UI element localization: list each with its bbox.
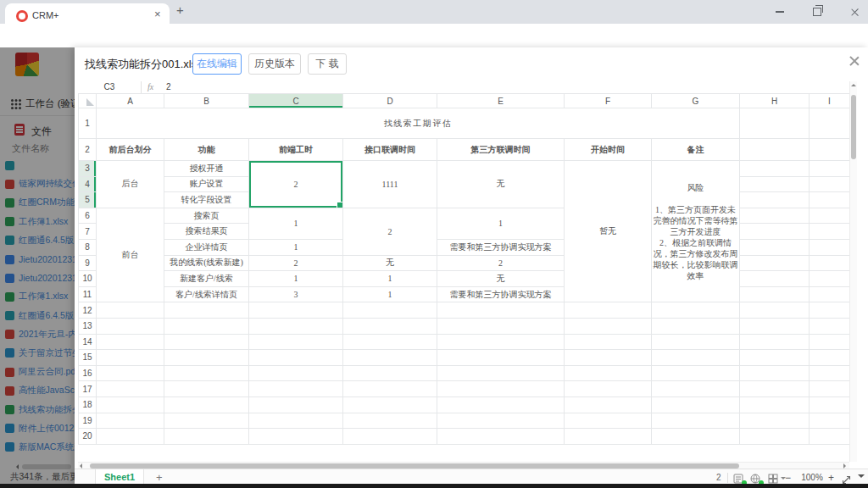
empty-cell[interactable] [740, 365, 810, 381]
cell-e3[interactable]: 无 [437, 161, 565, 208]
col-header-i[interactable]: I [810, 94, 850, 108]
empty-cell[interactable] [740, 271, 810, 287]
row-header-7[interactable]: 7 [79, 224, 97, 240]
empty-cell[interactable] [740, 396, 810, 413]
empty-cell[interactable] [343, 350, 437, 366]
row-header-20[interactable]: 20 [79, 429, 97, 445]
empty-cell[interactable] [740, 350, 810, 366]
empty-cell[interactable] [343, 318, 437, 334]
empty-cell[interactable] [565, 302, 652, 319]
empty-cell[interactable] [565, 381, 652, 397]
row-header-17[interactable]: 17 [79, 381, 97, 397]
empty-cell[interactable] [652, 381, 740, 397]
header-cell-a2[interactable]: 前后台划分 [97, 139, 164, 161]
empty-cell[interactable] [810, 396, 850, 413]
empty-cell[interactable] [97, 365, 164, 381]
cell-b4[interactable]: 账户设置 [164, 176, 249, 192]
cell-b11[interactable]: 客户/线索详情页 [164, 286, 249, 302]
empty-cell[interactable] [97, 350, 164, 366]
sheet-title-cell[interactable]: 找线索工期评估 [97, 108, 740, 139]
cell-b10[interactable]: 新建客户/线索 [164, 271, 249, 287]
cell-d6[interactable]: 2 [343, 208, 437, 255]
row-header-13[interactable]: 13 [79, 318, 97, 334]
window-minimize-button[interactable] [763, 0, 797, 24]
row-header-15[interactable]: 15 [79, 350, 97, 366]
row-header-9[interactable]: 9 [79, 255, 97, 271]
empty-cell[interactable] [97, 396, 164, 413]
cell-g3-risk-note[interactable]: 风险 1、第三方页面开发未完善的情况下需等待第三方开发进度 2、根据之前联调情况… [652, 161, 740, 302]
cell-e9[interactable]: 2 [437, 255, 565, 271]
cell-e8[interactable]: 需要和第三方协调实现方案 [437, 239, 565, 255]
empty-cell[interactable] [810, 286, 850, 302]
empty-cell[interactable] [437, 334, 565, 350]
vertical-scrollbar[interactable] [849, 81, 857, 462]
tab-close-icon[interactable]: × [154, 8, 161, 20]
empty-cell[interactable] [740, 139, 810, 161]
view-layout-icon[interactable] [768, 472, 780, 484]
online-edit-button[interactable]: 在线编辑 [192, 53, 242, 75]
empty-cell[interactable] [565, 396, 652, 413]
cell-c3-selected[interactable]: 2 [249, 161, 343, 208]
empty-cell[interactable] [164, 365, 249, 381]
empty-cell[interactable] [437, 429, 565, 445]
empty-cell[interactable] [249, 396, 343, 413]
empty-cell[interactable] [164, 350, 249, 366]
network-status-icon[interactable] [750, 472, 762, 484]
empty-cell[interactable] [740, 255, 810, 271]
add-sheet-button[interactable]: + [156, 471, 163, 484]
empty-cell[interactable] [740, 381, 810, 397]
empty-cell[interactable] [652, 334, 740, 350]
scroll-up-icon[interactable] [851, 84, 856, 86]
header-cell-e2[interactable]: 第三方联调时间 [437, 139, 565, 161]
empty-cell[interactable] [164, 302, 249, 319]
empty-cell[interactable] [565, 334, 652, 350]
header-cell-c2[interactable]: 前端工时 [249, 139, 343, 161]
row-header-3[interactable]: 3 [79, 161, 97, 177]
empty-cell[interactable] [565, 318, 652, 334]
cell-c10[interactable]: 1 [249, 271, 343, 287]
empty-cell[interactable] [810, 271, 850, 287]
empty-cell[interactable] [164, 318, 249, 334]
row-header-12[interactable]: 12 [79, 302, 97, 319]
empty-cell[interactable] [740, 318, 810, 334]
zoom-level[interactable]: 100% [797, 473, 827, 482]
cell-b9[interactable]: 我的线索(线索新建) [164, 255, 249, 271]
empty-cell[interactable] [565, 413, 652, 429]
empty-cell[interactable] [164, 334, 249, 350]
cell-name-box[interactable]: C3 [78, 81, 142, 93]
select-all-corner[interactable] [79, 94, 97, 108]
window-restore-button[interactable] [800, 0, 834, 24]
empty-cell[interactable] [810, 208, 850, 224]
empty-cell[interactable] [740, 239, 810, 255]
new-tab-button[interactable]: + [176, 3, 184, 17]
col-header-c[interactable]: C [249, 94, 343, 108]
empty-cell[interactable] [164, 413, 249, 429]
empty-cell[interactable] [437, 381, 565, 397]
empty-cell[interactable] [740, 208, 810, 224]
formula-input[interactable]: 2 [166, 81, 171, 92]
empty-cell[interactable] [343, 334, 437, 350]
browser-tab[interactable]: CRM+ × [5, 3, 170, 24]
empty-cell[interactable] [810, 365, 850, 381]
save-status-icon[interactable] [733, 472, 745, 484]
row-header-1[interactable]: 1 [79, 108, 97, 139]
cell-b8[interactable]: 企业详情页 [164, 239, 249, 255]
empty-cell[interactable] [343, 429, 437, 445]
cell-c11[interactable]: 3 [249, 286, 343, 302]
empty-cell[interactable] [565, 365, 652, 381]
row-header-16[interactable]: 16 [79, 365, 97, 381]
row-header-10[interactable]: 10 [79, 271, 97, 287]
cell-b3[interactable]: 授权开通 [164, 161, 249, 177]
zoom-in-button[interactable]: + [828, 472, 834, 484]
empty-cell[interactable] [810, 139, 850, 161]
empty-cell[interactable] [343, 396, 437, 413]
empty-cell[interactable] [249, 365, 343, 381]
window-close-button[interactable] [837, 0, 868, 24]
cell-d3[interactable]: 1111 [343, 161, 437, 208]
empty-cell[interactable] [740, 429, 810, 445]
empty-cell[interactable] [437, 413, 565, 429]
fullscreen-icon[interactable] [842, 473, 854, 485]
empty-cell[interactable] [249, 381, 343, 397]
empty-cell[interactable] [810, 161, 850, 177]
empty-cell[interactable] [810, 381, 850, 397]
